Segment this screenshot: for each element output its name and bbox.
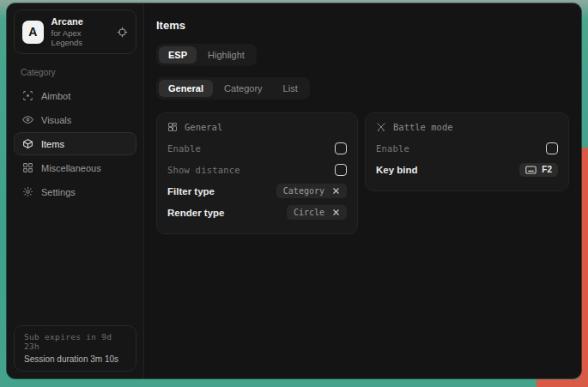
gear-icon [22, 186, 33, 197]
tab-esp[interactable]: ESP [159, 46, 197, 63]
main-content: Items ESP Highlight General Category Lis… [144, 3, 581, 378]
key-bind-value: F2 [542, 165, 552, 174]
category-section-label: Category [21, 68, 130, 77]
sidebar-item-visuals[interactable]: Visuals [14, 108, 136, 131]
panels-row: General Enable Show distance Filter type… [156, 112, 569, 234]
sidebar-item-aimbot[interactable]: Aimbot [14, 84, 136, 107]
battle-panel-title: Battle mode [393, 122, 453, 132]
clear-icon[interactable] [332, 187, 340, 195]
game-background-red-bottom [536, 379, 588, 387]
setting-label: Filter type [167, 186, 215, 197]
grid-icon [22, 162, 33, 173]
clear-icon[interactable] [332, 209, 340, 216]
brand-card: A Arcane for Apex Legends [14, 9, 136, 54]
setting-label: Enable [167, 143, 201, 154]
dashboard-icon [167, 122, 178, 132]
arcane-window: A Arcane for Apex Legends Category Aimbo… [7, 3, 581, 378]
primary-tabbar: ESP Highlight [156, 44, 257, 66]
setting-label: Enable [376, 143, 409, 154]
sidebar-nav: Aimbot Visuals Items [7, 84, 143, 204]
keyboard-icon [525, 166, 536, 174]
crosshair-scan-icon [22, 90, 33, 101]
setting-label: Key bind [376, 165, 418, 175]
subscription-card: Sub expires in 9d 23h Session duration 3… [14, 325, 136, 372]
battle-panel-header: Battle mode [376, 122, 558, 132]
eye-icon [22, 114, 33, 125]
general-panel: General Enable Show distance Filter type… [156, 112, 358, 234]
setting-row-enable: Enable [167, 137, 347, 159]
box-icon [22, 138, 33, 149]
tab-general[interactable]: General [159, 80, 213, 97]
enable-checkbox[interactable] [335, 142, 347, 154]
setting-row-filter-type: Filter type Category [167, 180, 347, 202]
secondary-tabbar: General Category List [156, 77, 310, 100]
crossed-swords-icon [376, 122, 386, 132]
tab-list[interactable]: List [274, 80, 307, 97]
setting-row-key-bind: Key bind F2 [376, 159, 558, 180]
tab-category[interactable]: Category [215, 80, 272, 97]
setting-row-render-type: Render type Circle [167, 202, 347, 223]
sidebar-item-label: Settings [41, 187, 76, 197]
setting-row-battle-enable: Enable [376, 137, 558, 159]
app-subtitle: for Apex Legends [52, 28, 109, 47]
render-type-value: Circle [294, 208, 324, 217]
setting-row-show-distance: Show distance [167, 159, 347, 180]
key-bind-button[interactable]: F2 [519, 163, 558, 177]
sidebar-item-miscellaneous[interactable]: Miscellaneous [14, 156, 136, 179]
render-type-select[interactable]: Circle [287, 205, 347, 220]
brand-text: Arcane for Apex Legends [52, 16, 109, 47]
page-title: Items [156, 19, 569, 32]
app-logo: A [22, 21, 44, 44]
sidebar-item-items[interactable]: Items [14, 132, 136, 155]
app-title: Arcane [52, 16, 109, 27]
setting-label: Render type [167, 208, 224, 218]
crosshair-icon[interactable] [117, 27, 128, 38]
sidebar-item-label: Items [41, 139, 64, 149]
show-distance-checkbox[interactable] [335, 164, 347, 176]
general-panel-header: General [167, 122, 347, 132]
filter-type-value: Category [283, 186, 324, 196]
general-panel-title: General [185, 122, 222, 132]
battle-enable-checkbox[interactable] [546, 142, 558, 154]
setting-label: Show distance [167, 165, 240, 175]
sidebar: A Arcane for Apex Legends Category Aimbo… [7, 3, 144, 378]
session-duration-text: Session duration 3m 10s [24, 354, 126, 364]
filter-type-select[interactable]: Category [276, 184, 347, 198]
sidebar-item-label: Visuals [41, 115, 71, 125]
sidebar-item-label: Miscellaneous [41, 163, 101, 173]
sidebar-item-settings[interactable]: Settings [14, 180, 136, 203]
tab-highlight[interactable]: Highlight [198, 46, 254, 63]
sidebar-item-label: Aimbot [41, 91, 70, 101]
battle-mode-panel: Battle mode Enable Key bind F2 [365, 112, 569, 191]
sub-expires-text: Sub expires in 9d 23h [24, 332, 126, 351]
